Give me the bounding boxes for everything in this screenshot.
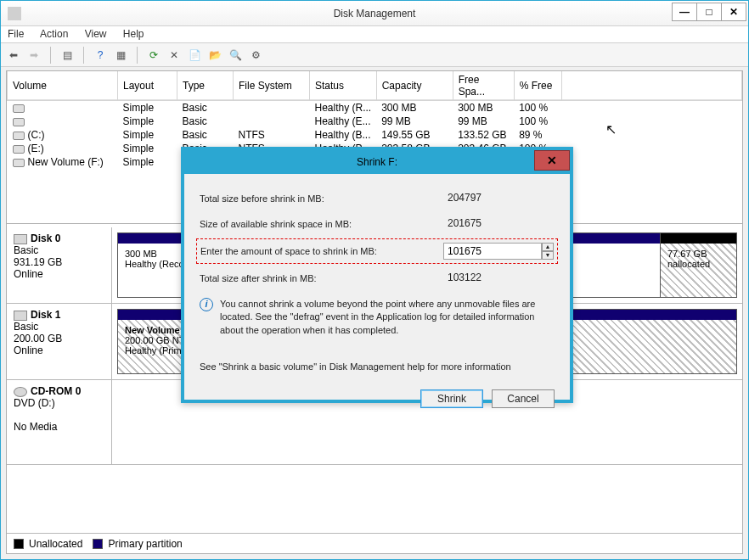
table-row[interactable]: (C:)SimpleBasicNTFSHealthy (B...149.55 G… <box>8 128 742 142</box>
open-icon[interactable]: 📂 <box>207 48 222 63</box>
cursor-icon: ↖ <box>605 121 617 137</box>
legend-unallocated: Unallocated <box>29 538 82 550</box>
cancel-button[interactable]: Cancel <box>492 389 555 408</box>
dialog-title: Shrink F: <box>184 150 570 174</box>
shrink-input-row: Enter the amount of space to shrink in M… <box>196 238 558 264</box>
volume-icon <box>13 145 25 154</box>
shrink-button[interactable]: Shrink <box>420 389 483 408</box>
col-type[interactable]: Type <box>177 71 234 101</box>
view-icon[interactable]: ▦ <box>113 48 128 63</box>
properties-icon[interactable]: 📄 <box>187 48 202 63</box>
col-spacer <box>561 71 741 101</box>
disk-0-label[interactable]: Disk 0 Basic 931.19 GB Online <box>7 227 112 303</box>
menu-action[interactable]: Action <box>40 28 68 40</box>
delete-icon[interactable]: ✕ <box>166 48 182 63</box>
menu-view[interactable]: View <box>85 28 107 40</box>
col-capacity[interactable]: Capacity <box>376 71 453 101</box>
legend: Unallocated Primary partition <box>7 533 742 553</box>
dialog-close-button[interactable]: ✕ <box>534 150 570 171</box>
dialog-titlebar: Shrink F: ✕ <box>184 150 570 174</box>
dialog-note: You cannot shrink a volume beyond the po… <box>220 298 555 337</box>
info-icon: i <box>200 298 213 311</box>
total-before-label: Total size before shrink in MB: <box>200 193 444 204</box>
available-label: Size of available shrink space in MB: <box>200 219 444 229</box>
disk-icon <box>14 311 27 321</box>
menu-help[interactable]: Help <box>123 28 144 40</box>
volume-icon <box>13 132 25 140</box>
total-after-value: 103122 <box>444 270 555 287</box>
volume-icon <box>13 118 25 126</box>
col-volume[interactable]: Volume <box>8 71 118 101</box>
col-pct[interactable]: % Free <box>514 71 561 101</box>
available-value: 201675 <box>444 216 555 232</box>
col-free[interactable]: Free Spa... <box>453 71 514 101</box>
col-fs[interactable]: File System <box>234 71 310 101</box>
legend-swatch-primary <box>93 539 103 549</box>
shrink-amount-input[interactable] <box>443 243 542 260</box>
settings-icon[interactable]: ⚙ <box>248 48 263 63</box>
disk-1-label[interactable]: Disk 1 Basic 200.00 GB Online <box>7 304 112 379</box>
volume-icon <box>13 104 25 113</box>
partition-unallocated[interactable]: 77.67 GB nallocated <box>661 232 737 298</box>
col-status[interactable]: Status <box>310 71 377 101</box>
window-buttons: — □ ✕ <box>673 3 746 21</box>
menubar: File Action View Help <box>1 26 748 43</box>
menu-file[interactable]: File <box>8 28 24 40</box>
disk-icon <box>14 234 27 244</box>
show-hide-icon[interactable]: ▤ <box>59 48 75 63</box>
minimize-button[interactable]: — <box>672 3 697 21</box>
dialog-help-note: See "Shrink a basic volume" in Disk Mana… <box>200 361 555 373</box>
legend-primary: Primary partition <box>108 538 182 550</box>
table-row[interactable]: SimpleBasicHealthy (E...99 MB99 MB100 % <box>8 115 742 128</box>
cdrom-label[interactable]: CD-ROM 0 DVD (D:) No Media <box>7 380 112 464</box>
toolbar: ⬅ ➡ ▤ ? ▦ ⟳ ✕ 📄 📂 🔍 ⚙ <box>1 43 748 67</box>
col-layout[interactable]: Layout <box>118 71 177 101</box>
maximize-button[interactable]: □ <box>696 3 722 21</box>
cd-icon <box>14 387 27 397</box>
spinner-down-icon[interactable]: ▼ <box>542 251 554 260</box>
volume-icon <box>13 159 25 167</box>
legend-swatch-unallocated <box>14 539 24 549</box>
help-icon[interactable]: ? <box>93 48 108 63</box>
enter-amount-label: Enter the amount of space to shrink in M… <box>200 246 443 256</box>
shrink-dialog: Shrink F: ✕ Total size before shrink in … <box>181 147 573 403</box>
refresh-icon[interactable]: ⟳ <box>146 48 161 63</box>
forward-icon[interactable]: ➡ <box>26 48 42 63</box>
disk-management-window: Disk Management — □ ✕ File Action View H… <box>0 0 749 560</box>
total-before-value: 204797 <box>444 190 555 207</box>
window-title: Disk Management <box>1 8 748 20</box>
titlebar: Disk Management — □ ✕ <box>1 1 748 26</box>
close-button[interactable]: ✕ <box>721 3 746 21</box>
search-icon[interactable]: 🔍 <box>228 48 243 63</box>
spinner-up-icon[interactable]: ▲ <box>542 243 554 251</box>
total-after-label: Total size after shrink in MB: <box>200 273 444 283</box>
back-icon[interactable]: ⬅ <box>6 48 21 63</box>
table-row[interactable]: SimpleBasicHealthy (R...300 MB300 MB100 … <box>8 101 742 115</box>
